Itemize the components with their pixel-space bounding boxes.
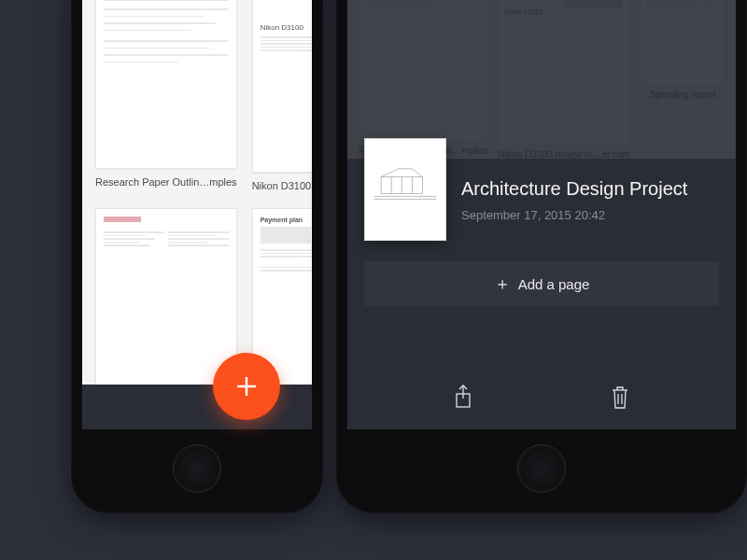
screen-left: Research Paper Outlin…mples Nikon D3100 … — [82, 0, 312, 429]
thumbnail-heading: Nikon D3100 — [261, 23, 312, 32]
screen-right: Research Paper Outlin…mples Nikon D3100 … — [347, 0, 736, 429]
plus-icon: ＋ — [494, 273, 511, 295]
document-thumbnail — [95, 0, 237, 169]
action-row — [347, 370, 736, 429]
document-thumbnail: Nikon D3100 — [252, 0, 312, 173]
detail-thumbnail[interactable] — [364, 138, 446, 241]
document-label: Research Paper Outlin…mples — [95, 176, 237, 188]
svg-line-4 — [412, 169, 422, 177]
document-tile[interactable]: Nikon D3100 Nikon D3100 review fo…er.com — [252, 0, 312, 191]
delete-button[interactable] — [601, 378, 639, 415]
phone-frame-right: Research Paper Outlin…mples Nikon D3100 … — [336, 0, 747, 513]
add-document-fab[interactable] — [213, 353, 280, 420]
document-thumbnail — [95, 208, 237, 392]
add-page-button[interactable]: ＋ Add a page — [364, 261, 719, 306]
document-tile[interactable]: Research Paper Outlin…mples — [95, 0, 237, 191]
phone-frame-left: Research Paper Outlin…mples Nikon D3100 … — [71, 0, 323, 513]
document-date: September 17, 2015 20:42 — [461, 208, 687, 222]
document-detail-sheet: Architecture Design Project September 17… — [347, 159, 736, 429]
document-label: Nikon D3100 review fo…er.com — [252, 180, 312, 191]
add-page-label: Add a page — [518, 276, 590, 292]
sheet-header: Architecture Design Project September 17… — [347, 138, 736, 241]
plus-icon — [233, 372, 261, 400]
home-button[interactable] — [173, 444, 221, 493]
document-title: Architecture Design Project — [461, 177, 687, 201]
share-button[interactable] — [444, 378, 482, 415]
home-button[interactable] — [517, 444, 566, 493]
trash-icon — [609, 383, 631, 411]
share-icon — [452, 383, 474, 411]
svg-line-3 — [381, 169, 399, 177]
architecture-sketch-icon — [371, 156, 440, 223]
document-grid: Research Paper Outlin…mples Nikon D3100 … — [82, 0, 312, 429]
thumbnail-heading: Payment plan — [261, 217, 312, 223]
